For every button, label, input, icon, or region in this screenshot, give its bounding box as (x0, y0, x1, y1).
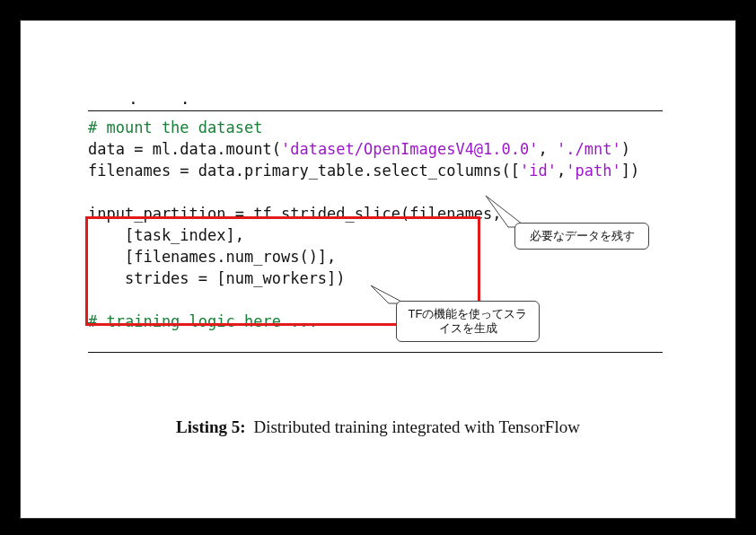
code-line: input_partition = tf.strided_slice(filen… (88, 205, 502, 223)
code-comment: # mount the dataset (88, 118, 262, 136)
code-line: filenames = data.primary_table.select_co… (88, 162, 639, 180)
callout-tf-slice: TFの機能を使ってスラ イスを生成 (396, 301, 540, 342)
code-line: [task_index], (88, 226, 244, 244)
callout-line: TFの機能を使ってスラ (409, 307, 528, 320)
rule-top (88, 110, 663, 111)
code-line: strides = [num_workers]) (88, 269, 346, 287)
rule-bottom (88, 352, 663, 353)
callout-line: イスを生成 (439, 321, 497, 335)
listing-caption: Listing 5: Distributed training integrat… (21, 417, 735, 437)
code-line: [filenames.num_rows()], (88, 248, 336, 266)
callout-keep-data: 必要なデータを残す (514, 223, 649, 250)
caption-text: Distributed training integrated with Ten… (250, 417, 580, 436)
code-line: data = ml.data.mount('dataset/OpenImages… (88, 140, 630, 158)
page: . . # mount the dataset data = ml.data.m… (20, 20, 736, 519)
caption-label: Listing 5: (176, 417, 246, 436)
code-comment: # training logic here ... (88, 312, 318, 330)
truncated-text-dots: . . (128, 89, 207, 108)
